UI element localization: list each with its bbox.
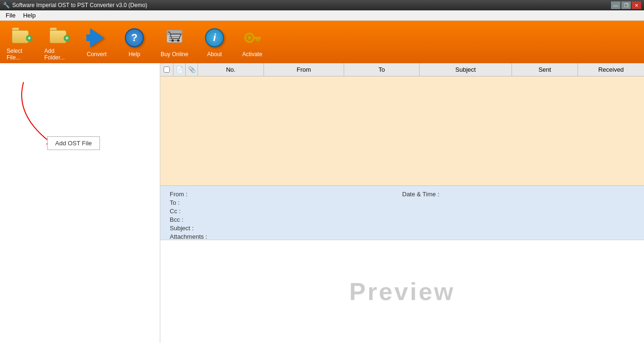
select-all-checkbox[interactable] (164, 67, 170, 73)
col-received-header: Received (578, 63, 644, 76)
activate-icon (242, 27, 263, 48)
email-preview-area: From : To : Cc : Bcc : Subject : (160, 186, 644, 240)
col-from-header: From (264, 63, 344, 76)
from-label: From : (170, 191, 226, 198)
activate-label: Activate (242, 51, 263, 58)
convert-label: Convert (87, 51, 107, 58)
convert-button[interactable]: Convert (80, 25, 113, 59)
col-sent-header: Sent (512, 63, 578, 76)
add-folder-icon: + (50, 25, 68, 43)
table-body (160, 76, 644, 185)
menu-bar: File Help (0, 10, 644, 21)
svg-point-8 (248, 36, 251, 40)
right-panel: 📄 📎 No. From To Subject Sent (160, 63, 644, 343)
activate-button[interactable]: Activate (236, 25, 269, 59)
email-table-area: 📄 📎 No. From To Subject Sent (160, 63, 644, 186)
col-attach-icon: 📎 (186, 63, 198, 76)
watermark-area: Preview (160, 240, 644, 343)
about-icon: i (205, 28, 224, 47)
doc-icon: 📄 (176, 66, 183, 73)
minimize-button[interactable]: — (611, 1, 620, 9)
buy-online-icon (164, 27, 185, 48)
svg-point-6 (177, 40, 180, 42)
left-panel: Add OST File (0, 63, 160, 343)
buy-online-button[interactable]: Buy Online (156, 25, 193, 59)
maximize-button[interactable]: ❐ (621, 1, 631, 9)
add-ost-button[interactable]: Add OST File (47, 136, 100, 150)
arrow-annotation (9, 77, 66, 145)
app-icon: 🔧 (3, 2, 10, 8)
col-subject-header: Subject (420, 63, 512, 76)
col-doc-icon: 📄 (173, 63, 186, 76)
add-folder-label: Add Folder... (44, 48, 74, 61)
help-label: Help (129, 51, 140, 58)
about-button[interactable]: i About (198, 25, 231, 59)
main-area: Add OST File 📄 📎 No. From (0, 63, 644, 343)
col-to-header: To (344, 63, 420, 76)
subject-label: Subject : (170, 225, 226, 232)
select-file-icon: + (12, 25, 31, 43)
to-label: To : (170, 199, 226, 206)
attach-icon: 📎 (188, 66, 196, 73)
select-file-label: Select File... (7, 48, 36, 61)
date-time-label: Date & Time : (402, 191, 439, 198)
col-no-header: No. (198, 63, 264, 76)
cc-label: Cc : (170, 208, 226, 215)
svg-rect-11 (256, 39, 257, 41)
menu-file[interactable]: File (2, 11, 19, 20)
window-title: Software Imperial OST to PST Converter v… (12, 2, 147, 8)
convert-icon (86, 28, 107, 47)
attachments-label: Attachments : (170, 233, 226, 240)
bcc-label: Bcc : (170, 216, 226, 223)
svg-rect-10 (258, 39, 260, 42)
col-checkbox (160, 63, 173, 76)
select-file-button[interactable]: + Select File... (5, 21, 38, 63)
title-bar: 🔧 Software Imperial OST to PST Converter… (0, 0, 644, 10)
menu-help[interactable]: Help (19, 11, 40, 20)
window-controls: — ❐ ✕ (611, 1, 641, 9)
svg-point-5 (172, 40, 174, 42)
close-button[interactable]: ✕ (632, 1, 641, 9)
toolbar: + Select File... + Add Folder... Convert… (0, 21, 644, 63)
svg-rect-9 (253, 37, 261, 39)
help-button[interactable]: ? Help (118, 25, 151, 59)
buy-online-label: Buy Online (161, 51, 189, 58)
preview-watermark: Preview (349, 277, 455, 306)
table-header: 📄 📎 No. From To Subject Sent (160, 63, 644, 76)
about-label: About (207, 51, 222, 58)
add-folder-button[interactable]: + Add Folder... (42, 21, 75, 63)
help-icon: ? (125, 28, 144, 47)
